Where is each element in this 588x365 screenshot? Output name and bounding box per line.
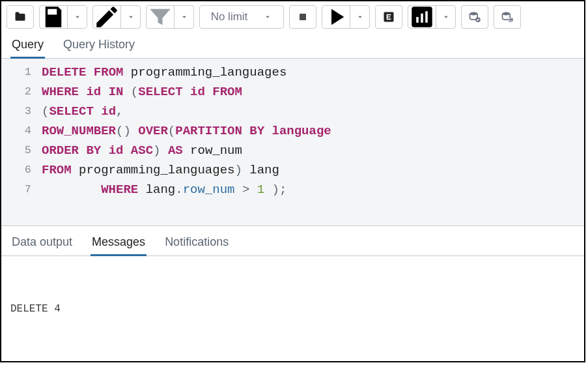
- row-limit-select[interactable]: No limit: [199, 5, 284, 29]
- line-number: 4: [1, 121, 31, 141]
- db-rollback-icon: [501, 10, 514, 23]
- tab-data-output[interactable]: Data output: [10, 230, 74, 256]
- filter-split-button[interactable]: [146, 5, 194, 29]
- line-number: 7: [1, 180, 31, 199]
- stop-icon: [296, 10, 309, 23]
- bar-chart-icon: [408, 5, 436, 29]
- edit-button[interactable]: [93, 6, 120, 28]
- save-button[interactable]: [40, 6, 67, 28]
- execute-menu-toggle[interactable]: [350, 6, 369, 28]
- filter-icon: [147, 5, 174, 29]
- explain-analyze-button[interactable]: [408, 6, 436, 28]
- filter-menu-toggle[interactable]: [174, 6, 193, 28]
- svg-point-8: [503, 12, 511, 16]
- line-number-gutter: 1234567: [1, 59, 38, 226]
- query-tool-window: No limit: [0, 0, 585, 362]
- svg-rect-3: [416, 17, 419, 23]
- code-line[interactable]: FROM programming_languages) lang: [42, 160, 578, 180]
- play-icon: [322, 5, 350, 29]
- pencil-icon: [93, 5, 120, 29]
- line-number: 1: [1, 63, 31, 82]
- chevron-down-icon: [356, 12, 365, 22]
- explain-e-icon: [382, 10, 395, 23]
- tab-notifications[interactable]: Notifications: [163, 230, 230, 256]
- save-menu-toggle[interactable]: [67, 6, 87, 28]
- code-line[interactable]: WHERE id IN (SELECT id FROM: [42, 82, 578, 102]
- toolbar: No limit: [1, 1, 584, 31]
- sql-editor[interactable]: 1234567 DELETE FROM programming_language…: [1, 59, 584, 226]
- tab-messages[interactable]: Messages: [91, 230, 147, 256]
- line-number: 6: [1, 160, 31, 180]
- rollback-button[interactable]: [494, 5, 521, 29]
- execute-button[interactable]: [322, 6, 350, 28]
- line-number: 5: [1, 141, 31, 160]
- row-limit-label: No limit: [211, 10, 248, 23]
- code-area[interactable]: DELETE FROM programming_languagesWHERE i…: [38, 59, 584, 226]
- code-line[interactable]: DELETE FROM programming_languages: [42, 63, 578, 82]
- editor-tabs: Query Query History: [1, 31, 584, 59]
- tab-query-history[interactable]: Query History: [62, 33, 136, 58]
- code-line[interactable]: ORDER BY id ASC) AS row_num: [42, 141, 578, 160]
- explain-analyze-split-button[interactable]: [408, 5, 456, 29]
- code-line[interactable]: (SELECT id,: [42, 102, 578, 121]
- line-number: 3: [1, 102, 31, 121]
- explain-analyze-menu-toggle[interactable]: [436, 6, 455, 28]
- commit-button[interactable]: [461, 5, 488, 29]
- save-split-button[interactable]: [39, 5, 87, 29]
- open-file-button[interactable]: [7, 5, 34, 29]
- messages-line: DELETE 4: [10, 300, 575, 318]
- execute-split-button[interactable]: [322, 5, 370, 29]
- edit-split-button[interactable]: [92, 5, 141, 29]
- filter-button[interactable]: [147, 6, 174, 28]
- explain-button[interactable]: [375, 5, 402, 29]
- code-line[interactable]: ROW_NUMBER() OVER(PARTITION BY language: [42, 121, 578, 141]
- db-check-icon: [468, 10, 481, 23]
- folder-icon: [14, 10, 27, 23]
- line-number: 2: [1, 82, 31, 102]
- edit-menu-toggle[interactable]: [120, 6, 140, 28]
- code-line[interactable]: WHERE lang.row_num > 1 );: [42, 180, 578, 199]
- chevron-down-icon: [180, 12, 189, 22]
- messages-panel: DELETE 4 Query returned successfully in …: [1, 256, 584, 362]
- svg-rect-0: [300, 14, 306, 20]
- svg-rect-4: [421, 14, 423, 23]
- svg-rect-5: [425, 11, 428, 23]
- chevron-down-icon: [441, 12, 451, 22]
- tab-query[interactable]: Query: [10, 33, 45, 58]
- output-tabs: Data output Messages Notifications: [1, 226, 584, 256]
- save-icon: [40, 5, 67, 29]
- svg-point-6: [470, 12, 478, 16]
- stop-button[interactable]: [289, 5, 316, 29]
- chevron-down-icon: [126, 12, 135, 22]
- chevron-down-icon: [263, 12, 272, 22]
- chevron-down-icon: [73, 12, 82, 22]
